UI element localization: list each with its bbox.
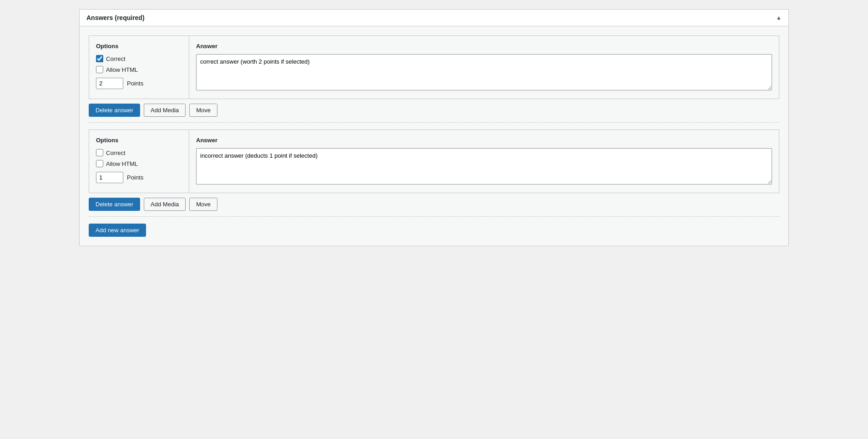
answer-block-2: OptionsCorrectAllow HTMLPointsAnswer <box>89 130 779 193</box>
action-row-2: Delete answerAdd MediaMove <box>89 198 779 217</box>
options-col-2: OptionsCorrectAllow HTMLPoints <box>89 130 189 193</box>
points-row-1: Points <box>96 78 182 89</box>
panel-header: Answers (required) ▲ <box>80 10 788 26</box>
answers-panel: Answers (required) ▲ OptionsCorrectAllow… <box>79 9 789 246</box>
answer-textarea-2[interactable] <box>196 148 772 185</box>
answer-col-1: Answer <box>189 36 779 99</box>
panel-body: OptionsCorrectAllow HTMLPointsAnswerDele… <box>80 26 788 246</box>
panel-title: Answers (required) <box>86 14 145 21</box>
allow-html-label-2: Allow HTML <box>106 160 138 167</box>
points-label-2: Points <box>127 174 143 181</box>
answer-label-1: Answer <box>196 43 772 50</box>
correct-checkbox-2[interactable] <box>96 149 103 156</box>
add-media-button-2[interactable]: Add Media <box>144 198 186 211</box>
panel-toggle-icon[interactable]: ▲ <box>776 15 782 21</box>
options-label-1: Options <box>96 43 182 50</box>
allow-html-row-1: Allow HTML <box>96 66 182 73</box>
delete-answer-button-1[interactable]: Delete answer <box>89 104 140 117</box>
correct-label-1: Correct <box>106 55 126 62</box>
points-row-2: Points <box>96 172 182 183</box>
points-input-2[interactable] <box>96 172 123 183</box>
correct-label-2: Correct <box>106 150 126 156</box>
move-button-2[interactable]: Move <box>189 198 217 211</box>
answer-textarea-1[interactable] <box>196 54 772 90</box>
allow-html-checkbox-2[interactable] <box>96 160 103 167</box>
options-col-1: OptionsCorrectAllow HTMLPoints <box>89 36 189 99</box>
action-row-1: Delete answerAdd MediaMove <box>89 104 779 123</box>
add-new-answer-button[interactable]: Add new answer <box>89 224 146 237</box>
options-label-2: Options <box>96 137 182 144</box>
correct-checkbox-1[interactable] <box>96 55 103 62</box>
allow-html-checkbox-1[interactable] <box>96 66 103 73</box>
points-input-1[interactable] <box>96 78 123 89</box>
move-button-1[interactable]: Move <box>189 104 217 117</box>
answer-label-2: Answer <box>196 137 772 144</box>
answer-block-1: OptionsCorrectAllow HTMLPointsAnswer <box>89 35 779 99</box>
allow-html-label-1: Allow HTML <box>106 66 138 73</box>
add-new-answer-row: Add new answer <box>89 224 779 237</box>
correct-row-1: Correct <box>96 55 182 62</box>
add-media-button-1[interactable]: Add Media <box>144 104 186 117</box>
points-label-1: Points <box>127 80 143 87</box>
delete-answer-button-2[interactable]: Delete answer <box>89 198 140 211</box>
correct-row-2: Correct <box>96 149 182 156</box>
allow-html-row-2: Allow HTML <box>96 160 182 167</box>
answer-col-2: Answer <box>189 130 779 193</box>
